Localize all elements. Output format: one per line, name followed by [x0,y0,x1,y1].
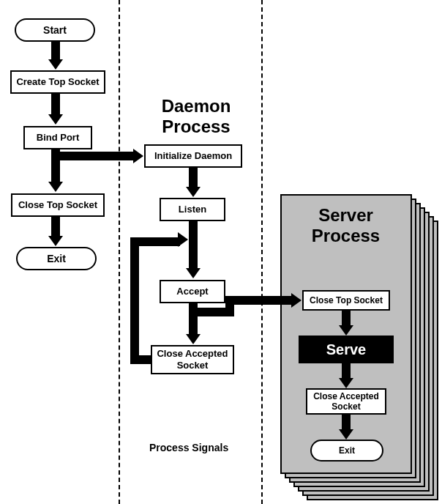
lane-divider-2 [261,0,263,504]
create-top-socket-node: Create Top Socket [10,70,105,94]
close-accepted-socket-server-node: Close Accepted Socket [306,388,386,415]
start-node: Start [15,18,95,42]
process-signals-node: Process Signals [149,442,228,453]
arrow [51,42,60,59]
daemon-title: Daemon Process [145,96,247,137]
arrow [189,168,198,187]
exit-main-node: Exit [16,247,97,270]
arrow [130,237,180,246]
close-top-socket-server-node: Close Top Socket [302,290,390,311]
arrow-head [291,293,301,308]
arrow-head [48,236,63,246]
arrow [342,363,351,378]
close-top-socket-main-node: Close Top Socket [11,193,105,217]
close-accepted-socket-node: Close Accepted Socket [151,345,234,374]
flowchart-canvas: Daemon Process Server Process Start Crea… [0,0,442,504]
listen-node: Listen [160,198,225,221]
arrow [56,152,133,160]
arrow-head [339,429,353,440]
exit-server-node: Exit [310,440,383,462]
arrow [51,94,60,114]
arrow [342,415,351,429]
arrow-head [178,232,188,247]
initialize-daemon-node: Initialize Daemon [144,144,242,168]
arrow-head [48,59,63,70]
arrow [189,221,198,268]
lane-divider-1 [119,0,120,504]
accept-node: Accept [160,280,225,303]
arrow-head [48,114,63,125]
bind-port-node: Bind Port [23,126,92,149]
arrow [225,296,234,316]
arrow-head [186,334,201,344]
serve-node: Serve [299,336,394,363]
arrow [225,296,293,305]
arrow [51,217,60,236]
arrow-head [339,325,353,336]
arrow-head [339,378,353,388]
arrow-head [48,182,63,192]
arrow [130,237,139,364]
arrow [342,311,351,325]
arrow-head [186,187,201,197]
server-title: Server Process [289,205,402,246]
arrow-head [133,149,143,163]
arrow-head [186,268,201,278]
